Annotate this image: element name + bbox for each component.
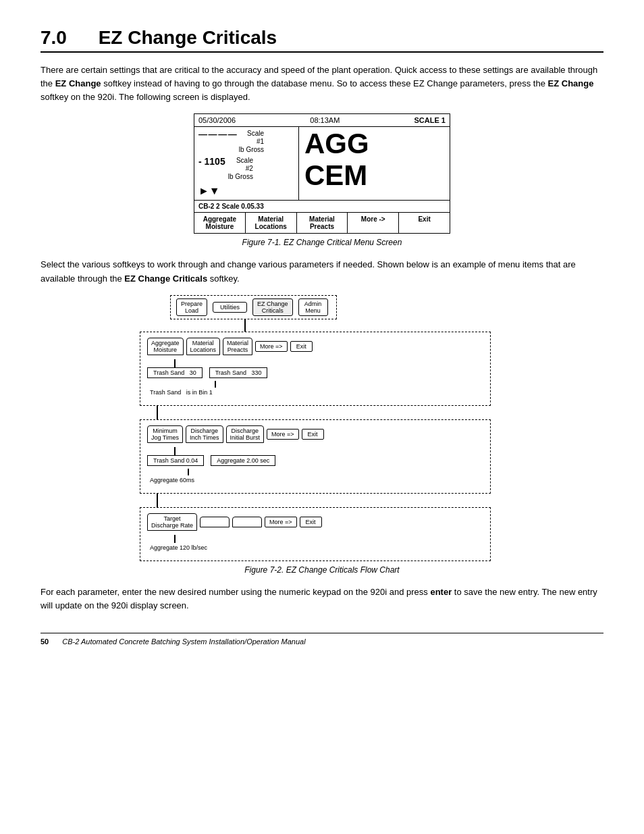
page-footer: 50 CB-2 Automated Concrete Batching Syst… bbox=[41, 633, 603, 646]
screen-mockup: 05/30/2006 08:13AM SCALE 1 — — — — Scale… bbox=[41, 113, 603, 234]
screen-time: 08:13AM bbox=[310, 116, 340, 124]
fc-s2-minimum-jog[interactable]: MinimumJog Times bbox=[147, 425, 183, 443]
footer-title: CB-2 Automated Concrete Batching System … bbox=[62, 637, 305, 646]
fc-s3-exit[interactable]: Exit bbox=[300, 517, 322, 527]
fc-s3-empty2 bbox=[232, 517, 262, 527]
fc-s1-data-2: Trash Sand 330 bbox=[209, 367, 268, 378]
softkey-exit[interactable]: Exit bbox=[399, 213, 450, 233]
screen-status: CB-2 2 Scale 0.05.33 bbox=[194, 200, 450, 212]
fc-s1-aggregate-moisture[interactable]: AggregateMoisture bbox=[147, 338, 184, 355]
fc-s2-data-3: Aggregate 60ms bbox=[147, 475, 197, 485]
fc-s3-empty1 bbox=[200, 517, 230, 527]
fc-s1-material-locations[interactable]: MaterialLocations bbox=[186, 338, 221, 355]
fc-s2-discharge-burst[interactable]: DischargeInitial Burst bbox=[226, 425, 265, 443]
paragraph-1: There are certain settings that are crit… bbox=[41, 63, 603, 104]
fc-s1-material-preacts[interactable]: MaterialPreacts bbox=[223, 338, 252, 355]
fc-s3-more[interactable]: More => bbox=[265, 517, 297, 527]
screen-cem: CEM bbox=[304, 160, 444, 191]
footer-page-num: 50 bbox=[41, 637, 49, 646]
fc-s3-data-1: Aggregate 120 lb/sec bbox=[147, 543, 210, 552]
fc-s1-more[interactable]: More => bbox=[255, 341, 288, 352]
screen-scale: SCALE 1 bbox=[414, 116, 446, 124]
fc-tab-utilities[interactable]: Utilities bbox=[213, 302, 247, 313]
fc-tab-ez-change[interactable]: EZ ChangeCriticals bbox=[252, 298, 293, 316]
fc-section-1: AggregateMoisture MaterialLocations Mate… bbox=[140, 332, 491, 406]
fc-section-2: MinimumJog Times DischargeInch Times Dis… bbox=[140, 419, 491, 494]
fc-s2-exit[interactable]: Exit bbox=[302, 429, 324, 440]
fc-s2-more[interactable]: More => bbox=[267, 429, 299, 440]
paragraph-2: Select the various softkeys to work thro… bbox=[41, 258, 603, 285]
fc-s1-data-1: Trash Sand 30 bbox=[147, 367, 203, 378]
fc-s2-discharge-inch[interactable]: DischargeInch Times bbox=[186, 425, 223, 443]
screen-date: 05/30/2006 bbox=[198, 116, 236, 124]
softkey-more[interactable]: More -> bbox=[348, 213, 399, 233]
fc-tab-admin[interactable]: AdminMenu bbox=[298, 298, 328, 316]
fig2-caption: Figure 7-2. EZ Change Criticals Flow Cha… bbox=[41, 565, 603, 575]
fc-s3-target-discharge[interactable]: TargetDischarge Rate bbox=[147, 513, 197, 531]
softkey-material-locations[interactable]: MaterialLocations bbox=[246, 213, 297, 233]
softkey-aggregate-moisture[interactable]: AggregateMoisture bbox=[194, 213, 246, 233]
fc-s1-data-3: Trash Sand is in Bin 1 bbox=[147, 388, 215, 397]
page-title: 7.0 EZ Change Criticals bbox=[41, 27, 277, 49]
fc-tab-prepare-load[interactable]: PrepareLoad bbox=[176, 298, 207, 316]
fc-s2-data-2: Aggregate 2.00 sec bbox=[211, 455, 275, 466]
fig1-caption: Figure 7-1. EZ Change Critical Menu Scre… bbox=[41, 238, 603, 247]
softkey-material-preacts[interactable]: MaterialPreacts bbox=[297, 213, 348, 233]
screen-agg: AGG bbox=[304, 128, 444, 159]
fc-s2-data-1: Trash Sand 0.04 bbox=[147, 455, 204, 466]
flowchart: PrepareLoad Utilities EZ ChangeCriticals… bbox=[41, 295, 603, 561]
fc-s1-exit[interactable]: Exit bbox=[290, 341, 313, 352]
fc-section-3: TargetDischarge Rate More => Exit Aggreg… bbox=[140, 507, 491, 561]
screen-softkeys: AggregateMoisture MaterialLocations Mate… bbox=[194, 212, 450, 233]
paragraph-3: For each parameter, enter the new desire… bbox=[41, 585, 603, 613]
